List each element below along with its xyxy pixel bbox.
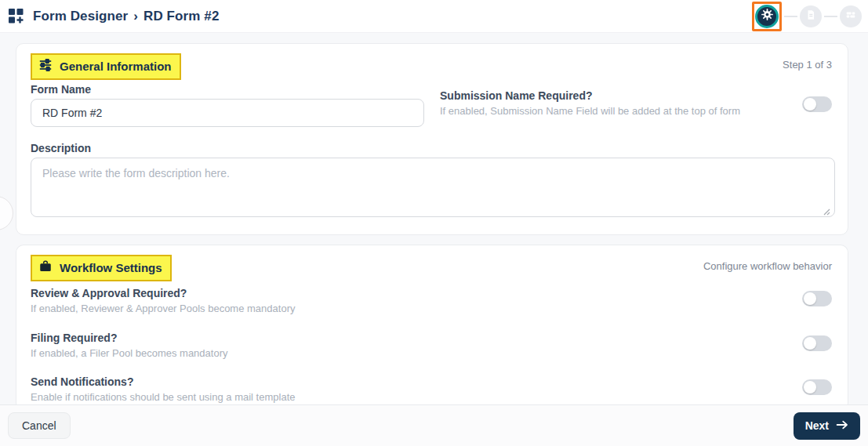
form-designer-screen: Form Designer › RD Form #2 (0, 0, 868, 446)
form-name-label: Form Name (31, 83, 91, 96)
section-title: General Information (60, 60, 172, 73)
filing-required-toggle[interactable] (802, 335, 832, 351)
breadcrumb: Form Designer › RD Form #2 (33, 9, 219, 24)
sliders-icon (38, 58, 53, 74)
review-approval-setting: Review & Approval Required? If enabled, … (31, 287, 793, 314)
description-label: Description (31, 142, 91, 154)
workflow-subtitle: Configure workflow behavior (703, 260, 832, 272)
send-notifications-description: Enable if notifications should be sent u… (31, 391, 793, 403)
submission-name-toggle[interactable] (802, 96, 832, 112)
submission-name-setting: Submission Name Required? If enabled, Su… (440, 89, 785, 117)
filing-required-description: If enabled, a Filer Pool becomes mandato… (31, 347, 793, 359)
submission-name-description: If enabled, Submission Name Field will b… (440, 105, 785, 117)
step-form-content[interactable] (800, 5, 822, 27)
arrow-right-icon (836, 419, 848, 433)
section-title: Workflow Settings (60, 261, 162, 274)
send-notifications-label: Send Notifications? (31, 375, 793, 388)
submission-name-label: Submission Name Required? (440, 89, 785, 102)
step-general-settings[interactable] (755, 5, 779, 28)
gear-icon (761, 8, 774, 24)
breadcrumb-root[interactable]: Form Designer (33, 9, 128, 24)
wizard-stepper (752, 2, 862, 31)
stepper-connector (824, 16, 837, 17)
review-approval-label: Review & Approval Required? (31, 287, 793, 299)
stepper-connector (784, 16, 797, 17)
breadcrumb-current: RD Form #2 (143, 9, 219, 24)
active-step-annotation-box (752, 2, 782, 31)
layout-grid-icon (845, 9, 856, 24)
document-icon (805, 9, 816, 24)
general-information-card: General Information Step 1 of 3 Form Nam… (16, 43, 848, 235)
workflow-settings-section-header: Workflow Settings (31, 255, 172, 281)
filing-required-setting: Filing Required? If enabled, a Filer Poo… (31, 332, 793, 359)
review-approval-description: If enabled, Reviewer & Approver Pools be… (31, 303, 793, 314)
step-indicator: Step 1 of 3 (783, 59, 832, 71)
step-form-layout[interactable] (840, 5, 862, 27)
app-header: Form Designer › RD Form #2 (0, 0, 868, 33)
wizard-footer: Cancel Next (0, 404, 868, 446)
general-information-section-header: General Information (31, 53, 181, 80)
resize-handle-icon[interactable] (823, 205, 830, 219)
briefcase-icon (38, 259, 53, 276)
edge-drawer-handle[interactable] (0, 196, 13, 230)
cancel-button[interactable]: Cancel (8, 412, 71, 439)
send-notifications-setting: Send Notifications? Enable if notificati… (31, 375, 793, 403)
app-logo-icon (8, 8, 24, 24)
review-approval-toggle[interactable] (802, 291, 832, 306)
filing-required-label: Filing Required? (31, 332, 793, 344)
workflow-settings-card: Workflow Settings Configure workflow beh… (16, 245, 848, 411)
form-name-input[interactable] (31, 99, 424, 127)
send-notifications-toggle[interactable] (802, 379, 832, 395)
next-button-label: Next (805, 419, 829, 432)
next-button[interactable]: Next (794, 412, 860, 440)
breadcrumb-separator: › (128, 9, 143, 24)
description-textarea[interactable] (31, 158, 835, 217)
